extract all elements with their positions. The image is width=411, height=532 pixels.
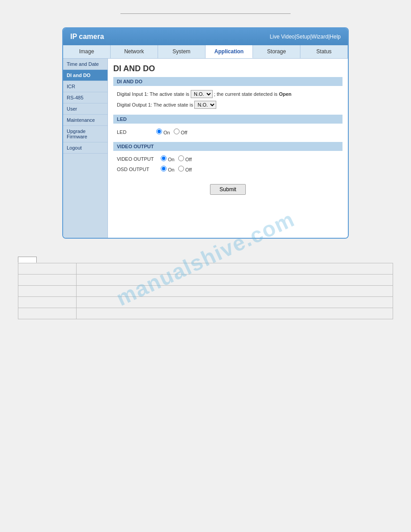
video-output-off-label[interactable]: Off (178, 155, 192, 162)
video-output-off-text: Off (185, 157, 192, 162)
tab-image[interactable]: Image (63, 45, 111, 58)
table-cell-col2 (77, 286, 393, 297)
tab-storage[interactable]: Storage (253, 45, 300, 58)
table-cell-col2 (77, 275, 393, 286)
camera-ui: IP camera Live Video|Setup|Wizard|Help I… (62, 27, 349, 239)
tab-application[interactable]: Application (206, 45, 253, 58)
bottom-table (18, 263, 393, 319)
table-row (18, 275, 393, 286)
tab-network[interactable]: Network (111, 45, 158, 58)
table-cell-col2 (77, 297, 393, 308)
digital-input-suffix: ; the current state detected is (214, 91, 278, 97)
osd-output-on-label[interactable]: On (161, 166, 175, 172)
led-label: LED (117, 129, 153, 135)
camera-title: IP camera (70, 33, 104, 41)
setup-link[interactable]: Setup (296, 34, 310, 40)
led-section: LED LED On Off (113, 115, 342, 137)
top-line (120, 13, 291, 14)
osd-output-off-text: Off (185, 167, 192, 172)
table-row (18, 263, 393, 275)
video-output-on-text: On (168, 157, 175, 162)
led-on-text: On (163, 130, 170, 135)
submit-area: Submit (113, 179, 342, 200)
tab-nav: Image Network System Application Storage… (63, 45, 348, 59)
content-panel: DI AND DO DI AND DO Digital Input 1: The… (108, 59, 348, 238)
led-row: LED On Off (113, 126, 342, 137)
table-cell-col1 (18, 297, 77, 308)
video-output-section: VIDEO OUTPUT VIDEO OUTPUT On Off (113, 142, 342, 174)
osd-output-row: OSD OUTPUT On Off (113, 164, 342, 174)
osd-output-label: OSD OUTPUT (117, 167, 157, 172)
sidebar-item-rs485[interactable]: RS-485 (63, 92, 107, 103)
table-cell-col2 (77, 263, 393, 275)
led-off-text: Off (181, 130, 187, 135)
help-link[interactable]: Help (330, 34, 341, 40)
table-cell-col1 (18, 286, 77, 297)
video-output-row: VIDEO OUTPUT On Off (113, 154, 342, 164)
osd-output-off-label[interactable]: Off (178, 166, 192, 172)
led-off-radio[interactable] (174, 129, 180, 134)
sidebar-item-maintenance[interactable]: Maintenance (63, 115, 107, 126)
main-content: Time and Date DI and DO ICR RS-485 User … (63, 59, 348, 238)
digital-input-select[interactable]: N.O. N.C. (191, 90, 213, 98)
digital-output-row: Digital Output 1: The active state is N.… (113, 99, 342, 110)
table-row (18, 297, 393, 308)
led-off-label[interactable]: Off (174, 129, 188, 135)
table-row (18, 308, 393, 319)
di-do-section-header: DI AND DO (113, 77, 342, 86)
table-cell-col1 (18, 308, 77, 319)
sidebar-item-upgrade-firmware[interactable]: Upgrade Firmware (63, 126, 107, 142)
table-cell-col2 (77, 308, 393, 319)
header-bar: IP camera Live Video|Setup|Wizard|Help (63, 28, 348, 45)
sidebar-item-di-do[interactable]: DI and DO (63, 70, 107, 81)
sidebar-item-time-date[interactable]: Time and Date (63, 59, 107, 70)
sidebar: Time and Date DI and DO ICR RS-485 User … (63, 59, 108, 238)
video-output-off-radio[interactable] (178, 155, 184, 161)
sidebar-item-logout[interactable]: Logout (63, 142, 107, 154)
osd-output-off-radio[interactable] (178, 166, 184, 172)
di-do-section: DI AND DO Digital Input 1: The active st… (113, 77, 342, 110)
digital-input-row: Digital Input 1: The active state is N.O… (113, 89, 342, 99)
digital-input-label: Digital Input 1: The active state is (117, 91, 189, 97)
video-output-on-radio[interactable] (161, 155, 167, 161)
digital-input-state: Open (279, 91, 291, 97)
tab-system[interactable]: System (158, 45, 206, 58)
table-cell-col1 (18, 263, 77, 275)
led-section-header: LED (113, 115, 342, 124)
osd-output-on-radio[interactable] (161, 166, 167, 172)
live-video-link[interactable]: Live Video (270, 34, 295, 40)
bottom-tab-bar (18, 257, 393, 263)
table-row (18, 286, 393, 297)
sidebar-item-user[interactable]: User (63, 103, 107, 115)
page-heading: DI AND DO (113, 64, 342, 73)
header-nav: Live Video|Setup|Wizard|Help (270, 34, 341, 40)
bottom-tab[interactable] (18, 257, 37, 263)
table-cell-col1 (18, 275, 77, 286)
bottom-section (9, 257, 402, 319)
digital-output-select[interactable]: N.O. N.C. (194, 101, 216, 109)
led-on-label[interactable]: On (156, 129, 170, 135)
tab-status[interactable]: Status (300, 45, 348, 58)
digital-output-label: Digital Output 1: The active state is (117, 102, 193, 107)
wizard-link[interactable]: Wizard (312, 34, 328, 40)
led-on-radio[interactable] (156, 129, 162, 134)
video-output-on-label[interactable]: On (161, 155, 175, 162)
submit-button[interactable]: Submit (210, 184, 245, 195)
video-output-section-header: VIDEO OUTPUT (113, 142, 342, 151)
osd-output-on-text: On (168, 167, 175, 172)
sidebar-item-icr[interactable]: ICR (63, 81, 107, 92)
video-output-label: VIDEO OUTPUT (117, 156, 157, 162)
